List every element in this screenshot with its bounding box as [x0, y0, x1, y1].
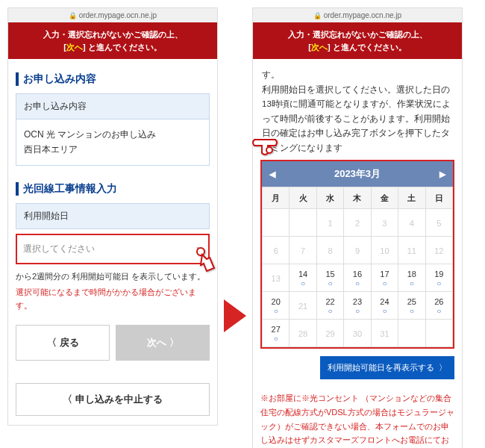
svg-marker-1 [224, 299, 246, 332]
phone-left: 🔒 order.mypage.ocn.ne.jp 入力・選択忘れがないかご確認の… [7, 7, 218, 426]
cal-day: 2 [344, 209, 371, 237]
cal-day: 28 [290, 320, 316, 347]
cal-day: 13 [263, 264, 290, 292]
cal-day[interactable]: 22○ [316, 292, 343, 320]
cal-day: 9 [344, 237, 371, 264]
cal-day: 5 [425, 209, 452, 237]
cal-day[interactable]: 24○ [371, 292, 398, 320]
warning-banner: 入力・選択忘れがないかご確認の上、 [次へ] と進んでください。 [8, 22, 217, 59]
cal-day: 8 [316, 237, 343, 264]
red-note: ※お部屋に※光コンセント （マンションなどの集合住宅の配線方式がVDSL方式の場… [260, 391, 454, 448]
chevron-right-icon: 〉 [169, 336, 179, 349]
cal-dow: 水 [316, 187, 343, 209]
cal-day: 7 [290, 237, 316, 264]
cal-day[interactable]: 27○ [263, 320, 290, 347]
cal-day[interactable]: 16○ [344, 264, 371, 292]
field-label: お申し込み内容 [16, 93, 210, 119]
cal-day: 1 [316, 209, 343, 237]
calendar: ◀ 2023年3月 ▶ 月火水木金土日1234567891011121314○1… [260, 160, 454, 349]
cal-day [290, 209, 316, 237]
cal-day: 10 [371, 237, 398, 264]
cal-day: 6 [263, 237, 290, 264]
cal-dow: 火 [290, 187, 316, 209]
cal-day[interactable]: 23○ [344, 292, 371, 320]
cal-day[interactable]: 18○ [398, 264, 425, 292]
cal-day [425, 320, 452, 347]
url-bar: 🔒 order.mypage.ocn.ne.jp [253, 8, 462, 22]
calendar-header: ◀ 2023年3月 ▶ [262, 161, 453, 187]
note-range: から2週間分の 利用開始可能日 を表示しています。 [16, 270, 210, 284]
redisplay-button[interactable]: 利用開始可能日を再表示する 〉 [320, 356, 454, 379]
cal-next-icon[interactable]: ▶ [439, 169, 445, 179]
note-delay: 選択可能になるまで時間がかかる場合がございます。 [16, 286, 210, 312]
chevron-down-icon: ▼ [195, 245, 202, 253]
next-button[interactable]: 次へ〉 [116, 325, 210, 361]
cancel-button[interactable]: 〈 申し込みを中止する [16, 383, 210, 416]
chevron-left-icon: 〈 [47, 336, 57, 349]
start-date-select[interactable]: 選択してください ▼ [16, 234, 210, 264]
back-button[interactable]: 〈戻る [16, 325, 110, 361]
section-title-application: お申し込み内容 [16, 72, 210, 86]
cal-dow: 日 [425, 187, 452, 209]
cal-day [263, 209, 290, 237]
field-label-start-date: 利用開始日 [16, 203, 210, 229]
chevron-left-icon: 〈 [63, 393, 72, 405]
cal-day: 11 [398, 237, 425, 264]
cal-day[interactable]: 15○ [316, 264, 343, 292]
cal-day[interactable]: 26○ [425, 292, 452, 320]
lock-icon: 🔒 [313, 12, 322, 19]
cal-prev-icon[interactable]: ◀ [269, 169, 275, 179]
phone-right: 🔒 order.mypage.ocn.ne.jp 入力・選択忘れがないかご確認の… [252, 7, 463, 448]
cal-day[interactable]: 17○ [371, 264, 398, 292]
cal-day[interactable]: 25○ [398, 292, 425, 320]
cal-day: 29 [316, 320, 343, 347]
cal-day[interactable]: 14○ [290, 264, 316, 292]
cal-day[interactable]: 20○ [263, 292, 290, 320]
cal-day [398, 320, 425, 347]
application-info: OCN 光 マンションのお申し込み 西日本エリア [16, 119, 210, 166]
cal-dow: 木 [344, 187, 371, 209]
cal-day: 30 [344, 320, 371, 347]
lock-icon: 🔒 [69, 12, 77, 19]
cal-day[interactable]: 19○ [425, 264, 452, 292]
instruction-text: す。 利用開始日を選択してください。選択した日の13時頃に開通可能となりますが、… [260, 68, 454, 155]
flow-arrow-icon [224, 299, 246, 332]
cal-day: 12 [425, 237, 452, 264]
chevron-right-icon: 〉 [439, 362, 447, 373]
cal-dow: 土 [398, 187, 425, 209]
url-bar: 🔒 order.mypage.ocn.ne.jp [8, 8, 217, 22]
cal-day: 3 [371, 209, 398, 237]
cal-dow: 月 [263, 187, 290, 209]
cal-day: 31 [371, 320, 398, 347]
warning-banner: 入力・選択忘れがないかご確認の上、 [次へ] と進んでください。 [253, 22, 462, 59]
cal-day: 4 [398, 209, 425, 237]
cal-day: 21 [290, 292, 316, 320]
cal-dow: 金 [371, 187, 398, 209]
section-title-construction: 光回線工事情報入力 [16, 182, 210, 196]
